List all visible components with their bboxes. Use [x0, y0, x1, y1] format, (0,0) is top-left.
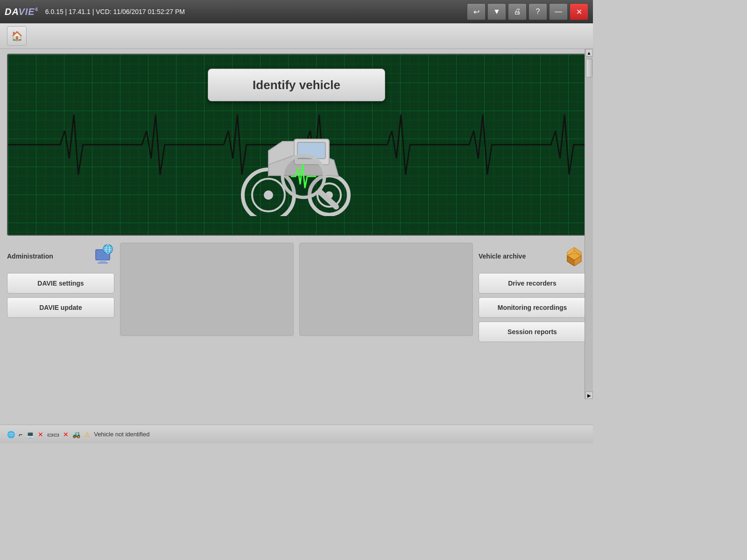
admin-title: Administration — [7, 252, 53, 260]
network-icon: 🌐 — [7, 431, 15, 438]
print-button[interactable]: 🖨 — [508, 3, 527, 20]
error-icon-2: ✕ — [63, 431, 69, 438]
cable-icon: ⌐ — [19, 431, 22, 438]
scroll-up-arrow[interactable]: ▲ — [585, 49, 593, 56]
back-button[interactable]: ↩ — [467, 3, 486, 20]
dropdown-button[interactable]: ▼ — [487, 3, 506, 20]
session-reports-button[interactable]: Session reports — [479, 322, 586, 342]
svg-rect-13 — [98, 262, 108, 264]
admin-icon — [91, 243, 114, 269]
device-icon: ▭▭ — [47, 431, 59, 438]
placeholder-panel-2 — [299, 243, 473, 336]
archive-icon — [563, 243, 586, 269]
admin-panel: Administration DAVIE settings — [7, 243, 114, 322]
svg-point-2 — [264, 190, 273, 200]
error-icon-1: ✕ — [38, 431, 43, 438]
admin-header: Administration — [7, 243, 114, 269]
vehicle-small-icon: 🚜 — [72, 431, 80, 438]
svg-rect-12 — [99, 260, 106, 262]
tractor-icon — [222, 113, 371, 216]
identify-vehicle-button[interactable]: Identify vehicle — [208, 69, 385, 101]
archive-panel: Vehicle archive Drive recorders Monit — [479, 243, 586, 346]
titlebar-buttons: ↩ ▼ 🖨 ? — ✕ — [467, 3, 588, 20]
version-label: 6.0.15 | 17.41.1 | VCD: 11/06/2017 01:52… — [45, 8, 467, 15]
scroll-thumb[interactable] — [586, 59, 592, 77]
archive-title: Vehicle archive — [479, 252, 526, 260]
archive-header: Vehicle archive — [479, 243, 586, 269]
monitoring-recordings-button[interactable]: Monitoring recordings — [479, 297, 586, 318]
hero-banner: Identify vehicle — [7, 54, 586, 236]
statusbar: 🌐 ⌐ 💻 ✕ ▭▭ ✕ 🚜 ⚠ Vehicle not identified — [0, 425, 593, 443]
scroll-right-arrow[interactable]: ▶ — [585, 392, 593, 399]
app-logo: DAVIE4 — [5, 7, 38, 17]
scrollbar[interactable]: ▲ ▶ — [585, 49, 593, 399]
help-button[interactable]: ? — [529, 3, 547, 20]
main-content: Identify vehicle — [0, 49, 593, 350]
close-button[interactable]: ✕ — [570, 3, 588, 20]
bottom-panels: Administration DAVIE settings — [7, 243, 586, 346]
placeholder-panel-1 — [120, 243, 294, 336]
davie-update-button[interactable]: DAVIE update — [7, 297, 114, 318]
warning-icon: ⚠ — [84, 431, 90, 438]
minimize-button[interactable]: — — [549, 3, 568, 20]
drive-recorders-button[interactable]: Drive recorders — [479, 273, 586, 294]
davie-settings-button[interactable]: DAVIE settings — [7, 273, 114, 294]
home-icon: 🏠 — [11, 30, 23, 42]
toolbar: 🏠 — [0, 23, 593, 49]
titlebar: DAVIE4 6.0.15 | 17.41.1 | VCD: 11/06/201… — [0, 0, 593, 23]
status-text: Vehicle not identified — [94, 431, 149, 438]
home-button[interactable]: 🏠 — [7, 26, 27, 46]
laptop-icon: 💻 — [26, 431, 34, 438]
